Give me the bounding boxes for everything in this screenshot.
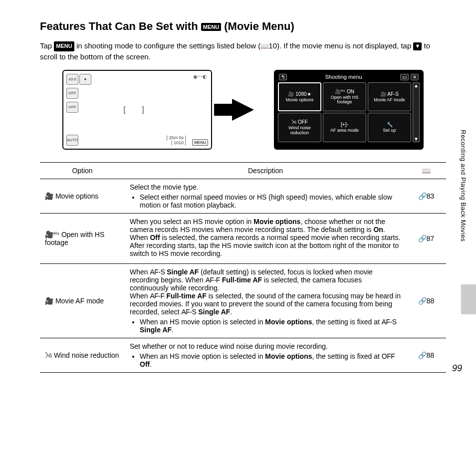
menu-item-af-mode[interactable]: 🎥 AF-S Movie AF mode xyxy=(368,82,411,112)
menu-icon: MENU xyxy=(201,23,221,31)
description-cell: Select the movie type.Select either norm… xyxy=(125,179,406,213)
menu-item-open-hs[interactable]: 🎥ᴴˢ ON Open with HS footage xyxy=(323,82,366,112)
intro-paragraph: Tap MENU in shooting mode to configure t… xyxy=(40,40,446,62)
battery-icon: ▭ xyxy=(400,74,409,80)
ref-cell: 🔗88 xyxy=(406,263,446,338)
back-icon[interactable]: ↰ xyxy=(279,74,287,80)
camera-icon: ● xyxy=(79,74,91,85)
th-ref: 📖 xyxy=(406,162,446,179)
arrow-icon xyxy=(232,99,254,121)
book-icon xyxy=(260,41,268,50)
menu-item-setup[interactable]: 🔧 Set up xyxy=(368,113,411,142)
top-right-icons: ◉〰◐ xyxy=(193,74,207,79)
focus-brackets: [ ] xyxy=(123,105,151,114)
table-row: 🎥ᴴˢ Open with HS footageWhen you select … xyxy=(40,213,446,263)
menu-item-af-area[interactable]: [+]▫ AF area mode xyxy=(323,113,366,142)
menu-scrollbar[interactable]: ▲ ▼ xyxy=(413,82,420,142)
down-arrow-icon: ▼ xyxy=(413,42,422,50)
auto-icon: AUTO xyxy=(66,135,78,146)
ref-cell: 🔗87 xyxy=(406,213,446,263)
scroll-down-icon[interactable]: ▼ xyxy=(414,136,419,142)
table-row: 🎥 Movie optionsSelect the movie type.Sel… xyxy=(40,179,446,213)
title-prefix: Features That Can Be Set with xyxy=(40,20,201,32)
options-table: Option Description 📖 🎥 Movie optionsSele… xyxy=(40,162,446,373)
off-icon-2: OFF xyxy=(66,102,78,113)
th-description: Description xyxy=(125,162,406,179)
shooting-screen: ±0.0 ● OFF OFF AUTO ◉〰◐ [ ] [ 25m 0s ] [… xyxy=(62,70,212,150)
description-cell: When AF-S Single AF (default setting) is… xyxy=(125,263,406,338)
menu-item-movie-options[interactable]: 🎥 1080★ Movie options xyxy=(278,82,321,112)
section-label: Recording and Playing Back Movies xyxy=(460,130,467,242)
title-suffix: (Movie Menu) xyxy=(224,20,294,32)
menu-button[interactable]: MENU xyxy=(192,139,208,146)
screens-row: ±0.0 ● OFF OFF AUTO ◉〰◐ [ ] [ 25m 0s ] [… xyxy=(40,70,446,150)
page-number: 99 xyxy=(452,363,462,374)
page-title: Features That Can Be Set with MENU (Movi… xyxy=(40,20,446,33)
off-icon-1: OFF xyxy=(66,88,78,99)
section-tab xyxy=(461,284,476,314)
ref-cell: 🔗88 xyxy=(406,338,446,372)
menu-title: Shooting menu xyxy=(325,74,362,80)
option-cell: 🎥 Movie options xyxy=(40,179,125,213)
menu-grid: 🎥 1080★ Movie options 🎥ᴴˢ ON Open with H… xyxy=(277,81,421,143)
scroll-up-icon[interactable]: ▲ xyxy=(414,83,419,88)
description-cell: Set whether or not to reduce wind noise … xyxy=(125,338,406,372)
menu-icon: MENU xyxy=(54,41,74,51)
option-cell: 🎥 Movie AF mode xyxy=(40,263,125,338)
recording-info: [ 25m 0s ] [ 1010 ] xyxy=(166,136,186,146)
table-row: 🎥 Movie AF modeWhen AF-S Single AF (defa… xyxy=(40,263,446,338)
option-cell: 🎥ᴴˢ Open with HS footage xyxy=(40,213,125,263)
close-icon[interactable]: ✕ xyxy=(411,74,419,80)
shooting-menu-screen: ↰ Shooting menu ▭ ✕ 🎥 1080★ Movie option… xyxy=(274,70,424,150)
description-cell: When you select an HS movie option in Mo… xyxy=(125,213,406,263)
menu-item-wind-noise[interactable]: 🌬 OFF Wind noise reduction xyxy=(278,113,321,142)
ref-cell: 🔗83 xyxy=(406,179,446,213)
table-row: 🌬 Wind noise reductionSet whether or not… xyxy=(40,338,446,372)
exposure-icon: ±0.0 xyxy=(66,74,78,85)
th-option: Option xyxy=(40,162,125,179)
option-cell: 🌬 Wind noise reduction xyxy=(40,338,125,372)
menu-header: ↰ Shooting menu ▭ ✕ xyxy=(277,73,421,81)
